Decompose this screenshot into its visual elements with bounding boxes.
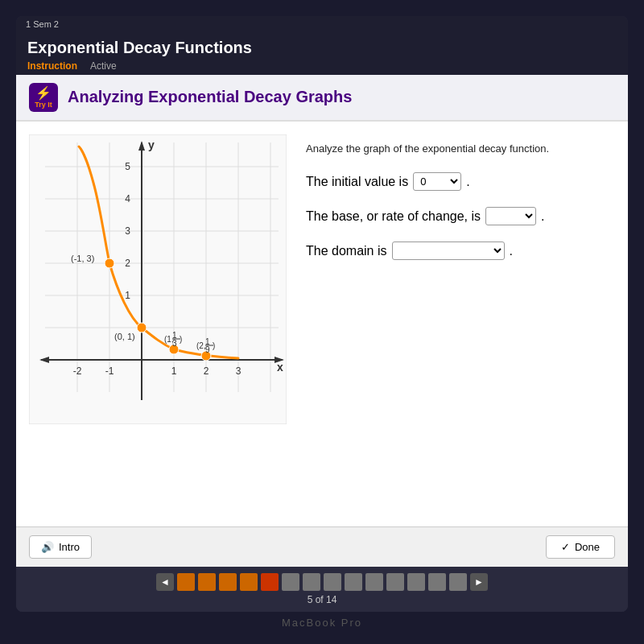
prev-page-button[interactable]: ◄: [156, 573, 174, 591]
initial-value-dropdown[interactable]: 0 1 3: [413, 172, 461, 191]
page-box-11[interactable]: [386, 573, 404, 591]
intro-button[interactable]: 🔊 Intro: [29, 535, 92, 559]
top-bar: 1 Sem 2: [16, 16, 628, 32]
questions-area: Analyze the graph of the exponential dec…: [306, 134, 615, 514]
page-title: Exponential Decay Functions: [27, 39, 617, 57]
tab-instruction[interactable]: Instruction: [27, 60, 77, 72]
svg-text:(-1, 3): (-1, 3): [71, 254, 94, 263]
svg-text:x: x: [277, 361, 283, 374]
speaker-icon: 🔊: [41, 541, 54, 553]
card-header: ⚡ Try It Analyzing Exponential Decay Gra…: [16, 75, 628, 122]
svg-text:3: 3: [172, 339, 177, 348]
page-box-12[interactable]: [407, 573, 425, 591]
svg-text:(2,: (2,: [196, 341, 206, 350]
try-it-icon: ⚡ Try It: [29, 83, 58, 112]
svg-text:-1: -1: [105, 365, 114, 377]
done-label: Done: [575, 541, 600, 553]
try-it-label: Try It: [35, 101, 52, 109]
bottom-bar: 🔊 Intro ✓ Done: [16, 526, 628, 567]
card-title: Analyzing Exponential Decay Graphs: [68, 88, 352, 106]
svg-point-32: [105, 258, 114, 268]
card-body: y x 5 4 3 2 1 -2 -1 1 2 3: [16, 122, 628, 526]
svg-text:3: 3: [236, 365, 242, 377]
page-box-10[interactable]: [365, 573, 383, 591]
svg-text:y: y: [148, 138, 155, 151]
q3-prefix: The domain is: [306, 244, 387, 258]
svg-text:-2: -2: [73, 365, 82, 377]
svg-text:): ): [180, 335, 182, 344]
svg-text:1: 1: [171, 365, 177, 377]
macbook-label: MacBook Pro: [282, 617, 362, 629]
done-button[interactable]: ✓ Done: [546, 535, 615, 559]
pagination-bar: ◄ ► 5 of 14: [16, 567, 628, 612]
page-box-5[interactable]: [261, 573, 279, 591]
intro-label: Intro: [59, 541, 80, 553]
page-box-9[interactable]: [345, 573, 362, 591]
svg-text:2: 2: [204, 365, 209, 377]
semester-label: 1 Sem 2: [26, 19, 59, 29]
q2-prefix: The base, or rate of change, is: [306, 209, 481, 224]
svg-text:): ): [213, 341, 215, 350]
svg-text:9: 9: [205, 345, 210, 354]
graph-svg: y x 5 4 3 2 1 -2 -1 1 2 3: [29, 134, 287, 424]
svg-rect-0: [29, 134, 287, 424]
next-page-button[interactable]: ►: [470, 573, 488, 591]
page-box-4[interactable]: [240, 573, 258, 591]
question-3: The domain is all real numbers x > 0 .: [306, 242, 615, 260]
page-box-2[interactable]: [198, 573, 216, 591]
svg-text:2: 2: [125, 258, 130, 269]
page-box-6[interactable]: [282, 573, 299, 591]
page-box-14[interactable]: [449, 573, 467, 591]
page-counter: 5 of 14: [308, 594, 337, 605]
svg-text:1: 1: [125, 290, 130, 301]
svg-text:3: 3: [125, 225, 130, 237]
page-box-8[interactable]: [324, 573, 341, 591]
pagination-controls: ◄ ►: [156, 573, 488, 591]
question-1: The initial value is 0 1 3 .: [306, 172, 615, 191]
graph-area: y x 5 4 3 2 1 -2 -1 1 2 3: [29, 134, 287, 424]
svg-text:(0, 1): (0, 1): [114, 332, 135, 341]
nav-tabs: Instruction Active: [27, 60, 617, 72]
page-box-3[interactable]: [219, 573, 237, 591]
svg-text:5: 5: [125, 161, 130, 172]
svg-point-34: [137, 323, 147, 332]
q1-prefix: The initial value is: [306, 175, 408, 189]
page-box-7[interactable]: [303, 573, 320, 591]
page-box-1[interactable]: [177, 573, 195, 591]
question-2: The base, or rate of change, is 1/3 3 .: [306, 207, 615, 225]
content-area: ⚡ Try It Analyzing Exponential Decay Gra…: [16, 75, 628, 567]
checkmark-icon: ✓: [561, 541, 570, 553]
svg-text:4: 4: [125, 193, 130, 204]
title-section: Exponential Decay Functions Instruction …: [16, 32, 628, 75]
base-dropdown[interactable]: 1/3 3: [485, 207, 536, 225]
tab-active: Active: [90, 60, 117, 72]
domain-dropdown[interactable]: all real numbers x > 0: [392, 242, 505, 260]
page-box-13[interactable]: [428, 573, 446, 591]
question-intro: Analyze the graph of the exponential dec…: [306, 141, 615, 157]
